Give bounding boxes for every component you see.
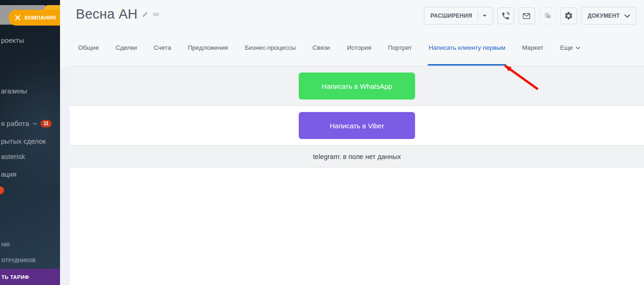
email-button[interactable] bbox=[518, 7, 535, 24]
tab-general[interactable]: Общие bbox=[78, 44, 99, 66]
close-icon[interactable] bbox=[15, 15, 20, 20]
sidebar-footer-invite-employees[interactable]: ОТРУДНИКОВ bbox=[1, 258, 36, 263]
tab-market[interactable]: Маркет bbox=[522, 44, 543, 66]
tab-message-client-first[interactable]: Написать клиенту первым bbox=[429, 44, 505, 66]
edit-icon[interactable] bbox=[142, 11, 148, 18]
viber-row: Написать в Viber bbox=[70, 106, 644, 146]
main-area: Весна АН РАСШИРЕНИЯ bbox=[60, 0, 644, 285]
tab-links[interactable]: Связи bbox=[313, 44, 330, 66]
company-pill-label: КОМПАНИЯ bbox=[25, 15, 56, 20]
document-button[interactable]: ДОКУМЕНТ bbox=[581, 7, 637, 25]
entity-tabs: Общие Сделки Счета Предложения Бизнес-пр… bbox=[78, 44, 580, 66]
tab-portrait[interactable]: Портрет bbox=[388, 44, 412, 66]
chevron-down-icon bbox=[33, 122, 37, 125]
upgrade-tariff-button[interactable]: ТЬ ТАРИФ bbox=[0, 269, 60, 285]
title-row: Весна АН bbox=[76, 7, 160, 22]
sidebar-item-integration[interactable]: ация bbox=[1, 170, 16, 179]
sidebar-item-shops[interactable]: агазины bbox=[1, 87, 27, 95]
chevron-down-icon bbox=[624, 14, 630, 18]
extensions-button[interactable]: РАСШИРЕНИЯ bbox=[424, 7, 493, 25]
button-divider bbox=[477, 11, 478, 21]
sidebar-item-open-deals[interactable]: рытых сделок bbox=[1, 137, 46, 146]
sidebar-item-projects[interactable]: роекты bbox=[1, 36, 24, 45]
sidebar-item-my-work[interactable]: я работа 11 bbox=[1, 119, 52, 128]
tab-invoices[interactable]: Счета bbox=[154, 44, 171, 66]
empty-content-row bbox=[70, 168, 644, 285]
chevron-down-icon bbox=[576, 46, 580, 49]
counter-badge: 11 bbox=[40, 120, 52, 127]
header-toolbar: РАСШИРЕНИЯ bbox=[424, 7, 637, 25]
settings-button[interactable] bbox=[560, 7, 577, 24]
link-icon[interactable] bbox=[153, 11, 160, 18]
viber-button[interactable]: Написать в Viber bbox=[299, 112, 415, 139]
page-title: Весна АН bbox=[76, 7, 138, 22]
sidebar-item-asterisk[interactable]: asterisk bbox=[1, 152, 25, 161]
caret-down-icon[interactable] bbox=[483, 14, 487, 17]
sidebar-footer-menu[interactable]: НЮ bbox=[1, 242, 10, 247]
chat-button[interactable] bbox=[539, 7, 556, 24]
telegram-note: telegram: в поле нет данных bbox=[313, 153, 401, 160]
tab-quotes[interactable]: Предложения bbox=[188, 44, 228, 66]
tab-deals[interactable]: Сделки bbox=[115, 44, 137, 66]
tab-more[interactable]: Еще bbox=[560, 44, 580, 66]
call-button[interactable] bbox=[497, 7, 514, 24]
company-menu-pill[interactable]: КОМПАНИЯ bbox=[8, 10, 60, 26]
whatsapp-button[interactable]: Написать в WhatsApp bbox=[299, 73, 415, 99]
whatsapp-row: Написать в WhatsApp bbox=[70, 66, 644, 106]
app-window: КОМПАНИЯ роекты агазины я работа 11 рыты… bbox=[0, 0, 644, 285]
tab-business-processes[interactable]: Бизнес-процессы bbox=[245, 44, 295, 66]
tab-history[interactable]: История bbox=[347, 44, 371, 66]
page-header: Весна АН РАСШИРЕНИЯ bbox=[60, 0, 644, 66]
sidebar: КОМПАНИЯ роекты агазины я работа 11 рыты… bbox=[0, 0, 60, 285]
telegram-row: telegram: в поле нет данных bbox=[70, 146, 644, 168]
